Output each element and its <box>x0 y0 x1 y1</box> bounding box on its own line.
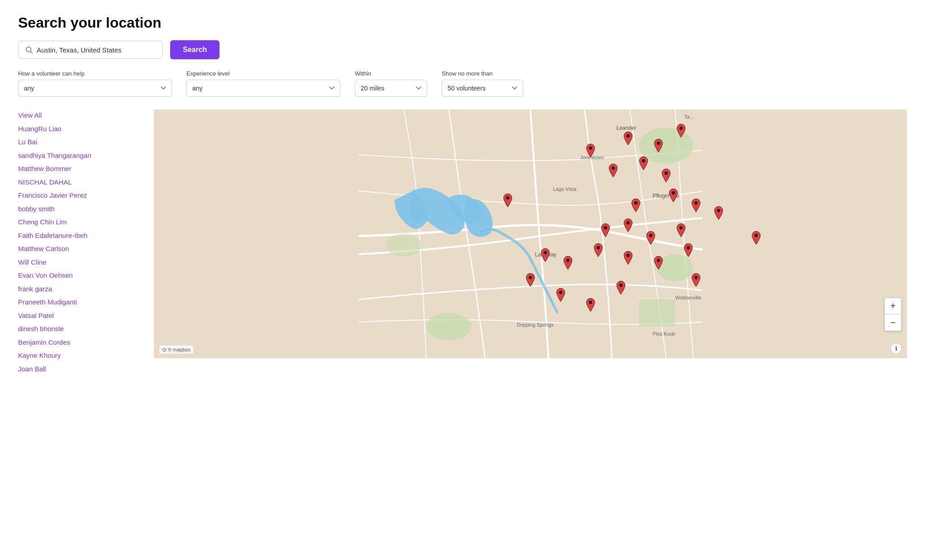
volunteer-list-item[interactable]: Evan Von Oehsen <box>18 270 154 281</box>
svg-point-31 <box>649 233 653 237</box>
volunteer-list-item[interactable]: Benjamin Cordes <box>18 337 154 348</box>
mapbox-logo-icon: ⊙ <box>162 346 167 353</box>
map-pin[interactable] <box>751 231 761 247</box>
map-pin[interactable] <box>556 288 566 304</box>
search-row: Search <box>18 40 907 59</box>
map-pin[interactable] <box>586 144 596 159</box>
map-pin[interactable] <box>503 194 513 209</box>
svg-point-40 <box>559 291 562 294</box>
volunteer-list-item[interactable]: View All <box>18 109 154 121</box>
map-pin[interactable] <box>608 164 618 179</box>
volunteer-help-filter-group: How a volunteer can help any tutoring me… <box>18 70 172 97</box>
map-pin[interactable] <box>563 256 573 271</box>
map-pin[interactable] <box>668 189 678 204</box>
svg-point-43 <box>694 276 697 279</box>
experience-level-label: Experience level <box>186 70 340 77</box>
svg-point-44 <box>755 233 758 237</box>
svg-point-34 <box>567 258 570 261</box>
map-pin[interactable] <box>661 169 671 184</box>
experience-level-select[interactable]: any beginner intermediate advanced exper… <box>186 80 340 97</box>
svg-point-26 <box>672 191 675 195</box>
svg-point-27 <box>694 201 697 204</box>
volunteer-help-label: How a volunteer can help <box>18 70 172 77</box>
map-pin[interactable] <box>691 273 701 289</box>
svg-point-25 <box>634 201 637 204</box>
map-pin[interactable] <box>714 206 724 222</box>
volunteer-list-item[interactable]: Faith Edafetanure-Ibeh <box>18 230 154 242</box>
volunteer-list-item[interactable]: Joan Ball <box>18 363 154 375</box>
volunteer-list-item[interactable]: Praneeth Mudiganti <box>18 296 154 308</box>
svg-point-38 <box>687 246 690 249</box>
svg-text:Dripping Springs: Dripping Springs <box>517 322 554 327</box>
show-no-more-than-select[interactable]: 10 volunteers 25 volunteers 50 volunteer… <box>442 80 523 97</box>
volunteer-list-item[interactable]: sandhiya Thangarangan <box>18 150 154 161</box>
map-info-button[interactable]: ℹ <box>891 343 901 354</box>
volunteer-list-item[interactable]: frank garza <box>18 283 154 295</box>
map-pin[interactable] <box>525 273 535 289</box>
map-pin[interactable] <box>540 248 550 264</box>
page-title: Search your location <box>18 14 907 31</box>
map-pin[interactable] <box>601 223 610 239</box>
volunteer-list-item[interactable]: Kayne Khoury <box>18 350 154 361</box>
volunteer-list-item[interactable]: Will Cline <box>18 256 154 268</box>
map-container: Leander Jonestown Lago Vista Pflugervill… <box>154 109 907 358</box>
map-attribution: ⊙ © mapbox <box>159 346 193 354</box>
svg-point-24 <box>506 196 509 199</box>
svg-point-39 <box>529 276 532 279</box>
volunteer-list-item[interactable]: Matthew Bommer <box>18 163 154 175</box>
svg-point-7 <box>386 234 422 256</box>
map-pin[interactable] <box>646 231 656 247</box>
map-controls: + − <box>884 298 901 331</box>
svg-point-42 <box>619 283 622 286</box>
volunteer-list-item[interactable]: Cheng Chin Lim <box>18 216 154 228</box>
svg-point-4 <box>426 313 472 340</box>
svg-point-20 <box>679 127 682 130</box>
svg-point-21 <box>611 166 615 170</box>
svg-point-32 <box>679 226 682 229</box>
map-pin[interactable] <box>631 199 641 214</box>
show-no-more-than-filter-group: Show no more than 10 volunteers 25 volun… <box>442 70 523 97</box>
map-pin[interactable] <box>676 223 686 239</box>
svg-point-19 <box>657 142 660 145</box>
svg-point-29 <box>604 226 607 229</box>
map-pin[interactable] <box>653 256 663 271</box>
svg-point-36 <box>627 253 630 256</box>
volunteer-list-item[interactable]: dinesh bhonsle <box>18 323 154 335</box>
map-pin[interactable] <box>623 218 633 234</box>
svg-text:Webberville: Webberville <box>675 295 701 300</box>
location-search-input[interactable] <box>37 46 156 54</box>
volunteer-list-item[interactable]: Matthew Carlson <box>18 243 154 255</box>
volunteer-list-item[interactable]: Lu Bai <box>18 136 154 148</box>
volunteer-list-item[interactable]: Francisco Javier Perez <box>18 190 154 201</box>
within-select[interactable]: 5 miles 10 miles 20 miles 50 miles 100 m… <box>355 80 427 97</box>
search-button[interactable]: Search <box>170 40 219 59</box>
map-pin[interactable] <box>623 132 633 147</box>
map-pin[interactable] <box>691 199 701 214</box>
map-pin[interactable] <box>616 281 626 296</box>
map-pin[interactable] <box>593 243 603 259</box>
search-input-wrapper <box>18 41 163 59</box>
svg-rect-6 <box>639 299 675 327</box>
map-pin[interactable] <box>639 157 648 172</box>
svg-text:Leander: Leander <box>616 125 636 131</box>
svg-point-41 <box>589 301 592 304</box>
zoom-in-button[interactable]: + <box>885 298 901 314</box>
volunteer-list-item[interactable]: bobby smith <box>18 203 154 215</box>
map-pin[interactable] <box>623 251 633 266</box>
search-icon <box>25 46 33 54</box>
volunteer-list-item[interactable]: Vatsal Patel <box>18 310 154 322</box>
svg-point-17 <box>589 147 592 150</box>
map-pin[interactable] <box>653 139 663 154</box>
svg-text:Pilot Knob: Pilot Knob <box>653 331 675 337</box>
volunteer-help-select[interactable]: any tutoring mentoring coding help caree… <box>18 80 172 97</box>
zoom-out-button[interactable]: − <box>885 314 901 331</box>
svg-point-23 <box>664 171 668 175</box>
volunteer-list-item[interactable]: NISCHAL DAHAL <box>18 176 154 188</box>
volunteer-list-item[interactable]: HuangRu Liao <box>18 123 154 135</box>
map-pin[interactable] <box>683 243 693 259</box>
svg-point-28 <box>717 209 720 212</box>
map-pin[interactable] <box>586 298 596 313</box>
svg-point-37 <box>657 258 660 261</box>
map-pin[interactable] <box>676 124 686 139</box>
map-background: Leander Jonestown Lago Vista Pflugervill… <box>154 109 907 358</box>
